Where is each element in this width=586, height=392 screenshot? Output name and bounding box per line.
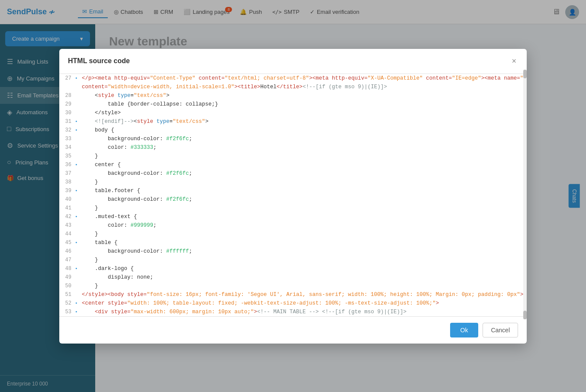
line-number: 38 — [59, 178, 75, 186]
code-line: 32 • body { — [59, 126, 527, 135]
code-line: 35 } — [59, 152, 527, 161]
line-content: body { — [80, 126, 527, 135]
line-content: <style type="text/css"> — [80, 91, 527, 100]
line-content: .dark-logo { — [80, 264, 527, 273]
line-marker: • — [75, 212, 80, 221]
line-content: } — [80, 282, 527, 290]
code-line: 43 color: #999999; — [59, 221, 527, 230]
line-number: 47 — [59, 256, 75, 264]
code-line: 38 } — [59, 178, 527, 186]
line-content: </style> — [80, 109, 527, 117]
code-line: 44 } — [59, 230, 527, 238]
line-number: 36 — [59, 161, 75, 169]
line-number: 42 — [59, 212, 75, 221]
line-content: center { — [80, 161, 527, 169]
line-number: 27 — [59, 74, 75, 83]
line-number: 31 — [59, 117, 75, 126]
line-number: 46 — [59, 247, 75, 256]
line-number: 37 — [59, 169, 75, 178]
code-line: 30 </style> — [59, 109, 527, 117]
line-content: </p><meta http-equiv="Content-Type" cont… — [80, 74, 527, 83]
line-marker: • — [75, 299, 80, 308]
code-line: 39 • table.footer { — [59, 186, 527, 195]
line-content: background-color: #ffffff; — [80, 247, 527, 256]
modal-header: HTML source code × — [59, 49, 527, 74]
line-content: .muted-text { — [80, 212, 527, 221]
code-line: 42 • .muted-text { — [59, 212, 527, 221]
line-number: 40 — [59, 195, 75, 204]
line-number: 41 — [59, 204, 75, 212]
scrollbar-thumb-top[interactable] — [523, 70, 527, 78]
line-content: } — [80, 230, 527, 238]
code-line: 48 • .dark-logo { — [59, 264, 527, 273]
code-line: 40 background-color: #f2f6fc; — [59, 195, 527, 204]
code-line: 31 • <![endif]--><style type="text/css"> — [59, 117, 527, 126]
line-content: <div style="max-width: 600px; margin: 10… — [80, 308, 527, 316]
line-number: 50 — [59, 282, 75, 290]
line-number: 32 — [59, 126, 75, 135]
line-content: table { — [80, 238, 527, 247]
line-content: <center style="width: 100%; table-layout… — [80, 299, 527, 308]
line-marker: • — [75, 126, 80, 135]
code-line: 29 table {border-collapse: collapse;} — [59, 100, 527, 109]
line-marker: • — [75, 264, 80, 273]
line-number: 45 — [59, 238, 75, 247]
code-line: 53 • <div style="max-width: 600px; margi… — [59, 308, 527, 316]
line-content: <![endif]--><style type="text/css"> — [80, 117, 527, 126]
line-number: 39 — [59, 186, 75, 195]
code-line: 45 • table { — [59, 238, 527, 247]
modal-overlay: HTML source code × 27 • </p><meta http-e… — [0, 0, 586, 392]
line-number: 30 — [59, 109, 75, 117]
line-content: background-color: #f2f6fc; — [80, 135, 527, 143]
line-number: 43 — [59, 221, 75, 230]
code-line: 50 } — [59, 282, 527, 290]
line-content: content="width=device-width, initial-sca… — [80, 83, 527, 91]
line-content: color: #999999; — [80, 221, 527, 230]
ok-button[interactable]: Ok — [450, 323, 479, 337]
line-number: 29 — [59, 100, 75, 109]
line-content: background-color: #f2f6fc; — [80, 195, 527, 204]
code-line: 51 </style><body style="font-size: 16px;… — [59, 290, 527, 299]
line-content: color: #333333; — [80, 143, 527, 152]
modal-scrollbar[interactable] — [523, 70, 527, 319]
line-content: } — [80, 204, 527, 212]
line-marker: • — [75, 74, 80, 83]
line-number: 28 — [59, 91, 75, 100]
line-number: 33 — [59, 135, 75, 143]
code-line: content="width=device-width, initial-sca… — [59, 83, 527, 91]
line-number: 34 — [59, 143, 75, 152]
line-content: table {border-collapse: collapse;} — [80, 100, 527, 109]
line-number: 52 — [59, 299, 75, 308]
line-content: } — [80, 152, 527, 161]
html-source-modal: HTML source code × 27 • </p><meta http-e… — [59, 49, 527, 344]
line-content: table.footer { — [80, 186, 527, 195]
code-line: 47 } — [59, 256, 527, 264]
line-number: 53 — [59, 308, 75, 316]
line-marker: • — [75, 161, 80, 169]
line-content: } — [80, 256, 527, 264]
code-editor[interactable]: 27 • </p><meta http-equiv="Content-Type"… — [59, 74, 527, 316]
line-content: } — [80, 178, 527, 186]
line-marker: • — [75, 308, 80, 316]
line-content: background-color: #f2f6fc; — [80, 169, 527, 178]
line-number: 35 — [59, 152, 75, 161]
line-number: 49 — [59, 273, 75, 282]
code-line: 27 • </p><meta http-equiv="Content-Type"… — [59, 74, 527, 83]
line-number: 48 — [59, 264, 75, 273]
line-marker: • — [75, 117, 80, 126]
modal-close-button[interactable]: × — [510, 55, 518, 67]
line-content: </style><body style="font-size: 16px; fo… — [80, 290, 527, 299]
line-number: 44 — [59, 230, 75, 238]
cancel-button[interactable]: Cancel — [483, 323, 518, 337]
line-marker: • — [75, 238, 80, 247]
code-line: 37 background-color: #f2f6fc; — [59, 169, 527, 178]
code-line: 46 background-color: #ffffff; — [59, 247, 527, 256]
code-line: 34 color: #333333; — [59, 143, 527, 152]
line-marker: • — [75, 186, 80, 195]
code-line: 52 • <center style="width: 100%; table-l… — [59, 299, 527, 308]
scrollbar-thumb-bottom[interactable] — [523, 311, 527, 319]
code-line: 33 background-color: #f2f6fc; — [59, 135, 527, 143]
line-content: display: none; — [80, 273, 527, 282]
code-line: 49 display: none; — [59, 273, 527, 282]
modal-title: HTML source code — [68, 57, 130, 65]
